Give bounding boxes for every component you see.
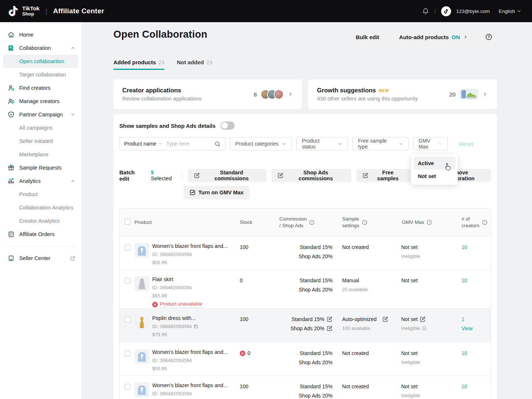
- manage-creators-icon: [7, 98, 15, 105]
- sidebar-item-product[interactable]: Product: [0, 188, 81, 201]
- product-name[interactable]: Flair skirt: [152, 276, 202, 282]
- edit-icon[interactable]: [327, 316, 332, 322]
- creators-count-link[interactable]: 10: [461, 350, 467, 356]
- sidebar-label: Partner Campaign: [19, 112, 63, 117]
- sample-availability: 20 available: [342, 287, 401, 292]
- tab-added-products[interactable]: Added products 23: [113, 59, 164, 70]
- reset-filters-button[interactable]: Reset: [459, 141, 473, 147]
- sidebar-item-manage-creators[interactable]: Manage creators: [0, 95, 81, 108]
- sidebar-item-seller-initiated[interactable]: Seller initiated: [0, 134, 81, 148]
- auto-add-products-button[interactable]: Auto-add products ON: [392, 29, 475, 45]
- creators-count-link[interactable]: 10: [461, 244, 467, 250]
- row-checkbox[interactable]: [125, 278, 130, 284]
- sidebar-item-sample-requests[interactable]: Sample Requests: [0, 161, 81, 174]
- svg-text:?: ?: [429, 221, 430, 224]
- product-thumbnail[interactable]: [134, 276, 149, 291]
- select-all-checkbox[interactable]: [125, 219, 130, 225]
- commission-value: Standard 15%: [300, 383, 332, 389]
- notification-bell-icon[interactable]: [422, 7, 429, 15]
- sidebar-item-open-collaboration[interactable]: Open collaboartion: [3, 55, 78, 68]
- tab-not-added[interactable]: Not added 23: [177, 59, 212, 70]
- chevron-down-icon: [516, 8, 522, 14]
- row-checkbox[interactable]: [125, 384, 130, 390]
- dropdown-option-active[interactable]: Active: [413, 157, 456, 170]
- creators-count-link[interactable]: 10: [461, 277, 467, 283]
- shop-ads-commissions-button[interactable]: Shop Ads commissions: [272, 169, 351, 182]
- view-creators-link[interactable]: View: [461, 325, 473, 331]
- svg-text:?: ?: [364, 221, 365, 224]
- app-title: Affiliate Center: [53, 7, 104, 15]
- affiliate-orders-icon: [7, 231, 15, 238]
- search-input[interactable]: [166, 141, 214, 147]
- creator-applications-card[interactable]: Creator applications Review collaboratio…: [113, 79, 302, 109]
- account-email[interactable]: 123@byte.com: [456, 8, 490, 14]
- sidebar-item-collaboration[interactable]: Collaboration: [0, 41, 81, 55]
- sidebar-item-creator-analytics[interactable]: Creator Analytics: [0, 214, 81, 228]
- help-icon[interactable]: ?: [309, 219, 315, 225]
- user-avatar[interactable]: [441, 6, 451, 16]
- home-icon: [7, 31, 15, 38]
- sidebar-item-target-collaboration[interactable]: Target collaboration: [0, 68, 81, 81]
- sidebar-item-seller-center[interactable]: Seller Center: [0, 252, 81, 265]
- row-checkbox[interactable]: [125, 245, 130, 250]
- sidebar-item-partner-campaign[interactable]: Partner Campaign: [0, 108, 81, 121]
- button-label: Standard commissions: [203, 170, 260, 181]
- edit-icon[interactable]: [327, 325, 332, 331]
- sidebar-item-find-creators[interactable]: Find creators: [0, 81, 81, 95]
- creators-count-link[interactable]: 10: [461, 383, 467, 389]
- language-selector[interactable]: English: [499, 8, 522, 14]
- brand-bottom: Shop: [22, 11, 40, 17]
- gmv-status: Not set: [401, 350, 461, 356]
- help-icon[interactable]: ?: [426, 219, 432, 225]
- sidebar-label: Creator Analytics: [19, 218, 60, 224]
- row-checkbox[interactable]: [125, 317, 130, 323]
- standard-commissions-button[interactable]: Standard commissions: [188, 169, 266, 182]
- help-icon[interactable]: ?: [362, 219, 368, 225]
- growth-suggestions-card[interactable]: Growth suggestions NEW 430 other sellers…: [308, 79, 497, 109]
- product-price: $79.99: [152, 332, 198, 337]
- search-icon[interactable]: [214, 141, 221, 147]
- sidebar-label: Manage creators: [19, 98, 59, 104]
- sidebar-item-all-campaigns[interactable]: All campaigns: [0, 121, 81, 134]
- edit-icon[interactable]: [382, 316, 388, 322]
- product-thumbnail[interactable]: [134, 243, 149, 258]
- help-button[interactable]: ?: [481, 29, 497, 45]
- turn-on-gmv-max-button[interactable]: Turn on GMV Max: [184, 186, 249, 199]
- free-sample-type-dropdown[interactable]: Free sample type: [352, 137, 409, 150]
- button-label: Shop Ads commissions: [286, 170, 345, 181]
- creators-count-link[interactable]: 1: [461, 316, 464, 322]
- samples-toggle[interactable]: [221, 122, 235, 130]
- row-checkbox[interactable]: [125, 351, 130, 357]
- product-search-control: Product name: [119, 137, 225, 150]
- sidebar-item-marketplace[interactable]: Marketplace: [0, 148, 81, 161]
- product-name[interactable]: Women's blazer front flaps and...: [152, 349, 228, 355]
- free-samples-button[interactable]: Free samples: [357, 169, 410, 182]
- sidebar-label: Product: [19, 191, 38, 197]
- error-icon: [240, 351, 245, 356]
- product-thumbnail[interactable]: [134, 382, 149, 397]
- sidebar-item-collaboration-analytics[interactable]: Collaboration Analytics: [0, 201, 81, 214]
- copy-icon[interactable]: [194, 324, 198, 329]
- gmv-status: Not set: [401, 277, 461, 283]
- product-name[interactable]: Women's blazer front flaps and...: [152, 243, 228, 249]
- sidebar-item-home[interactable]: Home: [0, 28, 81, 41]
- search-field-selector[interactable]: Product name: [124, 141, 163, 147]
- help-icon[interactable]: ?: [482, 219, 488, 225]
- alert-text[interactable]: Product unavailable: [160, 301, 202, 308]
- edit-icon[interactable]: [420, 316, 426, 322]
- sidebar-item-analytics[interactable]: Analytics: [0, 174, 81, 188]
- info-icon[interactable]: [422, 326, 427, 331]
- shop-ads-value: Shop Ads 20%: [290, 325, 324, 331]
- product-status-dropdown[interactable]: Product status: [296, 137, 348, 150]
- product-thumbnail[interactable]: [134, 315, 149, 330]
- product-name[interactable]: Poplin dress with...: [152, 315, 198, 321]
- bulk-edit-button[interactable]: Bulk edit: [348, 29, 386, 45]
- search-field-label: Product name: [124, 141, 156, 147]
- product-thumbnail[interactable]: [134, 349, 149, 364]
- dropdown-option-not-set[interactable]: Not set: [413, 170, 456, 183]
- product-categories-dropdown[interactable]: Product categories: [230, 137, 292, 150]
- sidebar-item-affiliate-orders[interactable]: Affiliate Orders: [0, 228, 81, 241]
- gmv-max-dropdown[interactable]: GMV Max: [413, 137, 448, 150]
- samples-toggle-label: Show samples and Shop Ads details: [119, 123, 215, 129]
- product-name[interactable]: Women's blazer front flaps and...: [152, 382, 228, 388]
